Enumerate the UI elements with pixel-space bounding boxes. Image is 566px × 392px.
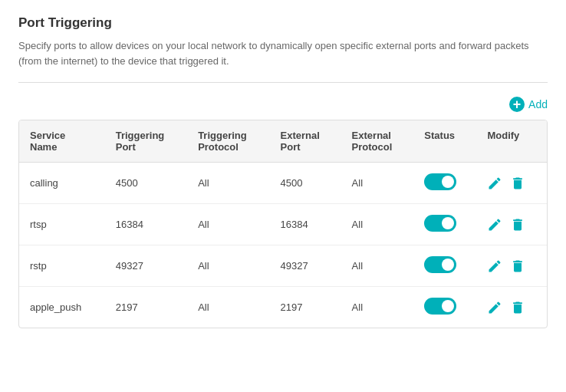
col-header-external-port: ExternalPort: [270, 120, 341, 163]
edit-icon: [487, 176, 502, 191]
cell-triggering_protocol-2: All: [187, 245, 269, 287]
cell-external_port-2: 49327: [270, 245, 341, 287]
delete-icon: [510, 259, 525, 274]
status-toggle-3[interactable]: [424, 298, 456, 315]
col-header-triggering-port: TriggeringPort: [105, 120, 187, 163]
cell-external_port-1: 16384: [270, 204, 341, 245]
add-label: Add: [528, 98, 548, 110]
cell-service_name-2: rstp: [19, 245, 105, 287]
delete-button-0[interactable]: [510, 176, 525, 191]
cell-modify-3: [476, 287, 547, 328]
action-icons-2: [487, 259, 536, 274]
table-row: calling4500All4500All: [19, 163, 547, 204]
cell-service_name-0: calling: [19, 163, 105, 204]
toggle-track-0[interactable]: [424, 173, 456, 190]
add-icon: +: [509, 97, 525, 112]
cell-triggering_port-0: 4500: [105, 163, 187, 204]
action-icons-1: [487, 217, 536, 232]
toggle-knob-0: [442, 176, 454, 188]
col-header-service-name: ServiceName: [19, 120, 105, 163]
cell-status-3: [413, 287, 476, 328]
cell-triggering_port-2: 49327: [105, 245, 187, 287]
col-header-status: Status: [413, 120, 476, 163]
status-toggle-0[interactable]: [424, 173, 456, 190]
toggle-knob-2: [442, 259, 454, 271]
toggle-track-2[interactable]: [424, 256, 456, 273]
status-toggle-2[interactable]: [424, 256, 456, 273]
edit-button-0[interactable]: [487, 176, 502, 191]
table-row: apple_push2197All2197All: [19, 287, 547, 328]
table-header-row: ServiceName TriggeringPort TriggeringPro…: [19, 120, 547, 163]
cell-triggering_port-3: 2197: [105, 287, 187, 328]
toggle-knob-3: [442, 300, 454, 312]
add-button[interactable]: + Add: [509, 97, 548, 112]
toggle-knob-1: [442, 217, 454, 229]
table-row: rtsp16384All16384All: [19, 204, 547, 245]
cell-modify-2: [476, 245, 547, 287]
cell-status-2: [413, 245, 476, 287]
delete-icon: [510, 176, 525, 191]
delete-icon: [510, 300, 525, 315]
cell-triggering_protocol-1: All: [187, 204, 269, 245]
cell-external_protocol-0: All: [341, 163, 414, 204]
edit-icon: [487, 217, 502, 232]
cell-status-0: [413, 163, 476, 204]
cell-modify-1: [476, 204, 547, 245]
cell-external_protocol-3: All: [341, 287, 414, 328]
cell-modify-0: [476, 163, 547, 204]
action-icons-0: [487, 176, 536, 191]
delete-button-3[interactable]: [510, 300, 525, 315]
delete-button-2[interactable]: [510, 259, 525, 274]
cell-service_name-3: apple_push: [19, 287, 105, 328]
edit-icon: [487, 300, 502, 315]
col-header-external-protocol: ExternalProtocol: [341, 120, 414, 163]
edit-icon: [487, 259, 502, 274]
edit-button-1[interactable]: [487, 217, 502, 232]
edit-button-3[interactable]: [487, 300, 502, 315]
cell-triggering_port-1: 16384: [105, 204, 187, 245]
delete-button-1[interactable]: [510, 217, 525, 232]
col-header-modify: Modify: [476, 120, 547, 163]
cell-external_protocol-1: All: [341, 204, 414, 245]
table-row: rstp49327All49327All: [19, 245, 547, 287]
edit-button-2[interactable]: [487, 259, 502, 274]
cell-status-1: [413, 204, 476, 245]
status-toggle-1[interactable]: [424, 215, 456, 232]
cell-external_protocol-2: All: [341, 245, 414, 287]
page-description: Specify ports to allow devices on your l…: [18, 38, 540, 68]
add-button-row: + Add: [18, 97, 548, 112]
delete-icon: [510, 217, 525, 232]
toggle-track-3[interactable]: [424, 298, 456, 315]
col-header-triggering-protocol: TriggeringProtocol: [187, 120, 269, 163]
cell-service_name-1: rtsp: [19, 204, 105, 245]
section-divider: [18, 82, 548, 83]
cell-external_port-0: 4500: [270, 163, 341, 204]
cell-external_port-3: 2197: [270, 287, 341, 328]
toggle-track-1[interactable]: [424, 215, 456, 232]
cell-triggering_protocol-0: All: [187, 163, 269, 204]
cell-triggering_protocol-3: All: [187, 287, 269, 328]
page-title: Port Triggering: [18, 15, 548, 31]
port-triggering-table: ServiceName TriggeringPort TriggeringPro…: [18, 120, 548, 328]
action-icons-3: [487, 300, 536, 315]
